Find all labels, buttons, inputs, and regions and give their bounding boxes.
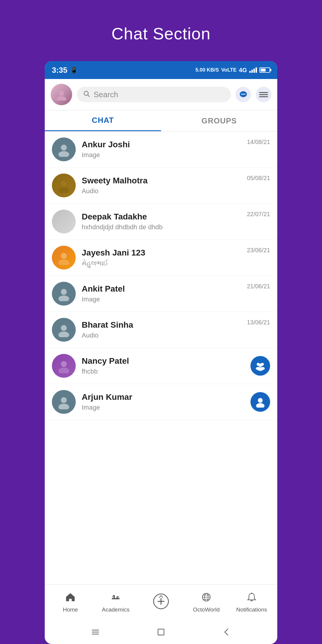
signal-bar-1 bbox=[249, 71, 251, 73]
chat-item[interactable]: Jayesh Jani 123 મેહુલભાઈ 23/06/21 bbox=[45, 240, 277, 276]
chat-name: Ankur Joshi bbox=[82, 140, 241, 149]
chat-avatar bbox=[52, 282, 76, 306]
svg-point-11 bbox=[61, 145, 67, 151]
chat-time: 05/08/21 bbox=[247, 175, 270, 182]
svg-rect-33 bbox=[112, 598, 120, 599]
tab-chat[interactable]: CHAT bbox=[45, 110, 161, 131]
svg-point-16 bbox=[58, 259, 69, 265]
app-header: Search bbox=[45, 79, 277, 110]
chat-avatar bbox=[52, 390, 76, 414]
svg-point-30 bbox=[58, 404, 69, 409]
nav-academics-label: Academics bbox=[102, 606, 130, 613]
chat-avatar bbox=[52, 210, 76, 233]
chat-name: Ankit Patel bbox=[82, 284, 241, 294]
nav-item-academics[interactable]: Academics bbox=[93, 592, 138, 613]
chat-preview: fhcbb bbox=[82, 368, 244, 375]
chat-item[interactable]: Deepak Tadakhe hxhdndjdjd dhdbdh de dhdb… bbox=[45, 204, 277, 240]
chat-item[interactable]: Arjun Kumar Image bbox=[45, 384, 277, 420]
user-profile-avatar[interactable] bbox=[51, 84, 72, 105]
svg-rect-34 bbox=[114, 595, 115, 599]
battery-fill bbox=[261, 69, 266, 72]
chat-info: Jayesh Jani 123 મેહુલભાઈ bbox=[82, 248, 241, 267]
chat-preview: Image bbox=[82, 295, 241, 303]
chat-bubble-button[interactable] bbox=[236, 87, 251, 102]
svg-point-28 bbox=[257, 367, 263, 371]
svg-point-7 bbox=[244, 94, 245, 95]
network-speed: 5.00 KB/S bbox=[196, 67, 219, 73]
svg-point-32 bbox=[256, 403, 264, 408]
svg-point-45 bbox=[251, 593, 252, 594]
chat-item[interactable]: Ankur Joshi Image 14/08/21 bbox=[45, 131, 277, 168]
svg-rect-10 bbox=[259, 96, 268, 97]
svg-point-6 bbox=[243, 94, 244, 95]
chat-info: Bharat Sinha Audio bbox=[82, 320, 241, 339]
svg-point-25 bbox=[258, 363, 262, 367]
chat-preview: Audio bbox=[82, 187, 241, 195]
chat-name: Bharat Sinha bbox=[82, 320, 241, 330]
svg-line-3 bbox=[88, 95, 90, 97]
chat-item[interactable]: Bharat Sinha Audio 13/06/21 bbox=[45, 312, 277, 348]
svg-point-20 bbox=[58, 332, 69, 337]
tab-groups[interactable]: GROUPS bbox=[161, 110, 277, 131]
chat-name: Sweety Malhotra bbox=[82, 176, 241, 185]
svg-point-29 bbox=[61, 397, 67, 403]
chat-preview: મેહુલભાઈ bbox=[82, 259, 241, 267]
chat-avatar bbox=[52, 174, 76, 197]
svg-point-22 bbox=[58, 368, 69, 373]
svg-point-12 bbox=[58, 151, 69, 157]
nav-octoworld-label: OctoWorld bbox=[193, 606, 219, 613]
svg-rect-49 bbox=[158, 629, 164, 635]
globe-icon bbox=[201, 592, 211, 605]
chat-avatar bbox=[52, 137, 76, 161]
svg-line-36 bbox=[112, 595, 114, 597]
avatar-image bbox=[51, 84, 72, 105]
bell-icon bbox=[247, 592, 257, 605]
svg-point-14 bbox=[58, 187, 69, 193]
nav-item-add[interactable] bbox=[138, 592, 184, 613]
chat-preview: Image bbox=[82, 151, 241, 159]
system-nav bbox=[45, 620, 277, 644]
svg-point-18 bbox=[58, 295, 69, 301]
signal-bar-4 bbox=[256, 67, 257, 73]
chat-item[interactable]: Nancy Patel fhcbb bbox=[45, 348, 277, 384]
chat-time: 21/06/21 bbox=[247, 283, 270, 290]
chat-avatar bbox=[52, 354, 76, 378]
add-badge-icon bbox=[152, 592, 170, 613]
signal-bar-3 bbox=[253, 69, 255, 73]
group-fab-button[interactable] bbox=[250, 356, 270, 376]
search-bar[interactable]: Search bbox=[77, 87, 231, 102]
svg-rect-8 bbox=[259, 92, 268, 93]
nav-menu-button[interactable] bbox=[89, 626, 101, 638]
nav-home-label: Home bbox=[63, 606, 78, 613]
svg-point-19 bbox=[61, 325, 67, 331]
status-bar-left: 3:35 📱 bbox=[52, 66, 78, 75]
chat-item[interactable]: Ankit Patel Image 21/06/21 bbox=[45, 276, 277, 312]
nav-item-home[interactable]: Home bbox=[48, 592, 93, 613]
network-type: 4G bbox=[239, 67, 247, 74]
chat-name: Nancy Patel bbox=[82, 356, 244, 366]
chat-info: Sweety Malhotra Audio bbox=[82, 176, 241, 195]
search-icon bbox=[83, 90, 90, 99]
chat-name: Deepak Tadakhe bbox=[82, 212, 241, 222]
svg-point-13 bbox=[61, 181, 67, 187]
page-title: Chat Section bbox=[112, 24, 211, 43]
chat-name: Arjun Kumar bbox=[82, 392, 244, 402]
chat-time: 13/06/21 bbox=[247, 319, 270, 326]
nav-home-button[interactable] bbox=[155, 626, 167, 638]
svg-rect-46 bbox=[92, 630, 99, 631]
academics-icon bbox=[111, 592, 121, 605]
person-fab-button[interactable] bbox=[250, 392, 270, 412]
nav-back-button[interactable] bbox=[221, 626, 233, 638]
nav-item-octoworld[interactable]: OctoWorld bbox=[184, 592, 229, 613]
svg-point-21 bbox=[61, 361, 67, 367]
menu-button[interactable] bbox=[256, 87, 271, 102]
nav-item-notifications[interactable]: Notifications bbox=[229, 592, 274, 613]
chat-info: Ankit Patel Image bbox=[82, 284, 241, 303]
chat-info: Nancy Patel fhcbb bbox=[82, 356, 244, 375]
chat-item[interactable]: Sweety Malhotra Audio 05/08/21 bbox=[45, 168, 277, 204]
chat-time: 14/08/21 bbox=[247, 139, 270, 145]
svg-rect-47 bbox=[92, 632, 99, 633]
chat-time: 23/06/21 bbox=[247, 247, 270, 254]
phone-frame: 3:35 📱 5.00 KB/S VoLTE 4G bbox=[45, 61, 277, 644]
signal-bar-2 bbox=[251, 70, 253, 73]
